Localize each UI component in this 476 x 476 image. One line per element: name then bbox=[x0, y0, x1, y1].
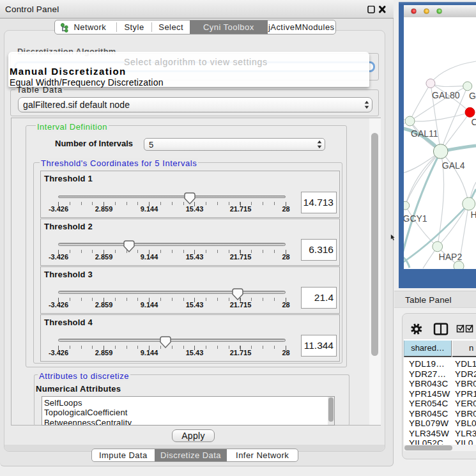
svg-text:GAL1: GAL1 bbox=[469, 91, 476, 101]
svg-text:CA: CA bbox=[472, 117, 476, 127]
svg-text:GAL11: GAL11 bbox=[411, 128, 438, 139]
svg-text:HAP2: HAP2 bbox=[439, 252, 463, 262]
svg-text:H: H bbox=[470, 210, 476, 220]
svg-text:GAL80: GAL80 bbox=[432, 90, 460, 100]
svg-text:GAL4: GAL4 bbox=[442, 160, 465, 171]
svg-text:GCY1: GCY1 bbox=[404, 213, 427, 224]
